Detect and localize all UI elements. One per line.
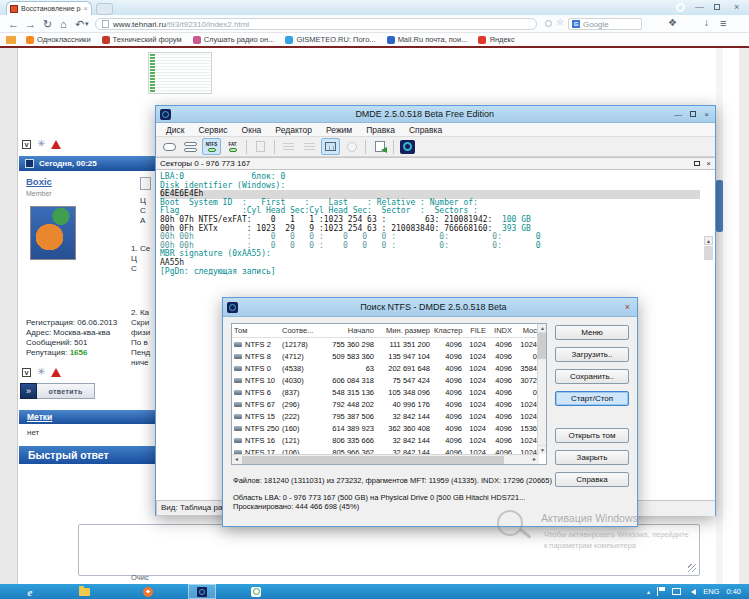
dialog-button-Закрыть[interactable]: Закрыть	[555, 450, 629, 465]
network-icon[interactable]	[672, 588, 681, 595]
extensions-icon[interactable]: ❖	[668, 17, 677, 28]
back-icon[interactable]: ←	[8, 17, 19, 31]
table-row[interactable]: NTFS 67(296)792 448 20240 996 1764096102…	[232, 398, 546, 410]
fat-search-icon[interactable]: FAT	[223, 138, 242, 155]
download-icon[interactable]: ↓	[704, 17, 709, 28]
tab-close-icon[interactable]: ×	[83, 5, 88, 13]
table-row[interactable]: NTFS 10(4030)606 084 31875 547 424409610…	[232, 374, 546, 386]
post-check-icon[interactable]: V	[22, 140, 31, 149]
menu-item-Режим[interactable]: Режим	[319, 125, 359, 135]
search-input[interactable]: G Google	[568, 18, 642, 30]
column-header[interactable]: Мин. размер	[376, 324, 432, 337]
menu-item-Сервис[interactable]: Сервис	[191, 125, 234, 135]
dialog-titlebar[interactable]: Поиск NTFS - DMDE 2.5.0.518 Beta ×	[223, 298, 637, 317]
table-horizontal-scrollbar[interactable]: ◄ ►	[232, 454, 539, 464]
dmde-titlebar[interactable]: DMDE 2.5.0.518 Beta Free Edition — ×	[156, 106, 715, 123]
menu-item-Редактор[interactable]: Редактор	[268, 125, 319, 135]
bookmark-item[interactable]: Технический форум	[102, 35, 182, 44]
scroll-left-icon[interactable]: ◄	[232, 455, 241, 464]
table-row[interactable]: NTFS 250(160)614 389 923362 360 40840961…	[232, 422, 546, 434]
taskbar-ie-button[interactable]: e	[16, 584, 44, 599]
post-check-icon[interactable]: V	[22, 368, 31, 377]
table-hscroll-thumb[interactable]	[242, 456, 504, 464]
clock[interactable]: 0:40	[726, 587, 741, 596]
taskbar-dmde-button[interactable]	[188, 584, 216, 599]
partitions-icon[interactable]	[181, 138, 200, 155]
dialog-button-Сохранить-[interactable]: Сохранить..	[555, 369, 629, 384]
browser-tab[interactable]: Восстановление раздел... ×	[6, 1, 92, 15]
column-header[interactable]: Начало	[320, 324, 376, 337]
report-warning-icon[interactable]	[51, 368, 61, 377]
taskbar-player-button[interactable]	[242, 584, 270, 599]
tree-view-icon[interactable]	[279, 138, 298, 155]
taskbar-browser-button[interactable]	[134, 584, 162, 599]
resize-handle[interactable]	[688, 564, 696, 572]
window-minimize-button[interactable]: —	[695, 2, 704, 12]
dialog-button-Старт-Стоп[interactable]: Старт/Стоп	[555, 391, 629, 406]
table-row[interactable]: NTFS 16(121)806 335 66632 842 1444096102…	[232, 434, 546, 446]
column-header[interactable]: Соотве...	[280, 324, 320, 337]
chevron-down-icon[interactable]: ▾	[85, 17, 89, 31]
reload-icon[interactable]: ↻	[43, 17, 52, 31]
taskbar-explorer-button[interactable]	[70, 584, 98, 599]
paste-icon[interactable]	[251, 138, 270, 155]
dmde-close-button[interactable]: ×	[704, 110, 709, 119]
open-disk-icon[interactable]	[160, 138, 179, 155]
menu-item-Диск[interactable]: Диск	[159, 125, 191, 135]
table-vertical-scrollbar[interactable]: ▲ ▼	[537, 324, 546, 454]
report-warning-icon[interactable]	[51, 140, 61, 149]
bookmark-item[interactable]: Mail.Ru почта, пои...	[387, 35, 468, 44]
dialog-button-Загрузить-[interactable]: Загрузить..	[555, 347, 629, 362]
table-row[interactable]: NTFS 0(4538)63202 691 648409610244096358…	[232, 362, 546, 374]
address-bar[interactable]: www.tehnari.ru /t93/t92310/index2.html	[95, 18, 537, 30]
column-header[interactable]: Кластер	[432, 324, 464, 337]
post-misc-icon[interactable]: ✳	[37, 367, 45, 377]
dmde-minimize-button[interactable]: —	[674, 110, 682, 119]
new-tab-button[interactable]	[96, 3, 113, 15]
bookmark-item[interactable]: Одноклассники	[26, 35, 91, 44]
menu-icon[interactable]: ≡	[720, 17, 726, 29]
column-header[interactable]: INDX	[488, 324, 514, 337]
sectors-panel-header[interactable]: Секторы 0 - 976 773 167 ×	[156, 157, 715, 170]
site-badge-icon[interactable]	[545, 20, 552, 27]
bookmarks-folder-icon[interactable]	[6, 36, 16, 44]
bookmark-star-icon[interactable]: ☆	[556, 17, 564, 27]
scroll-up-icon[interactable]: ▲	[704, 236, 713, 245]
dialog-close-button[interactable]: ×	[625, 302, 630, 312]
column-header[interactable]: Том	[232, 324, 280, 337]
page-scrollbar-thumb[interactable]	[716, 180, 723, 232]
recent-icon[interactable]: ↶	[75, 17, 84, 31]
window-close-button[interactable]: ×	[734, 2, 739, 12]
scroll-down-icon[interactable]: ▼	[538, 445, 547, 454]
reply-button[interactable]: » ответить	[20, 383, 95, 399]
quick-reply-textarea[interactable]	[78, 524, 700, 576]
action-center-flag-icon[interactable]	[657, 587, 665, 596]
column-header[interactable]: Мос	[514, 324, 539, 337]
preview-icon[interactable]	[342, 138, 361, 155]
page-scrollbar[interactable]	[716, 48, 723, 584]
back-sheet-icon[interactable]	[370, 138, 389, 155]
home-icon[interactable]: ⌂	[60, 17, 67, 31]
menu-item-Справка[interactable]: Справка	[402, 125, 449, 135]
menu-item-Окна[interactable]: Окна	[235, 125, 269, 135]
dmde-about-icon[interactable]	[398, 138, 417, 155]
user-avatar[interactable]	[30, 206, 76, 260]
bookmark-item[interactable]: GISMETEO.RU: Пого...	[285, 35, 375, 44]
window-maximize-button[interactable]	[714, 4, 720, 10]
scroll-right-icon[interactable]: ►	[530, 455, 539, 464]
table-row[interactable]: NTFS 2(12178)755 360 298111 351 20040961…	[232, 338, 546, 350]
panel-close-icon[interactable]: ×	[706, 160, 711, 168]
sector-scrollbar-thumb[interactable]	[704, 246, 713, 260]
forward-icon[interactable]: →	[25, 17, 36, 31]
dialog-button-Меню[interactable]: Меню	[555, 325, 629, 340]
dialog-button-Открыть-том[interactable]: Открыть том	[555, 428, 629, 443]
ntfs-search-icon[interactable]: NTFS	[202, 138, 221, 155]
table-row[interactable]: NTFS 6(837)548 315 136105 348 0964096102…	[232, 386, 546, 398]
table-row[interactable]: NTFS 8(4712)509 583 360135 947 104409610…	[232, 350, 546, 362]
column-header[interactable]: FILE	[464, 324, 488, 337]
post-misc-icon[interactable]: ✳	[37, 139, 45, 149]
panel-maximize-icon[interactable]	[694, 161, 700, 166]
bookmark-item[interactable]: Яндекс	[478, 35, 514, 44]
scroll-up-icon[interactable]: ▲	[538, 324, 547, 333]
dmde-maximize-button[interactable]	[690, 111, 696, 117]
